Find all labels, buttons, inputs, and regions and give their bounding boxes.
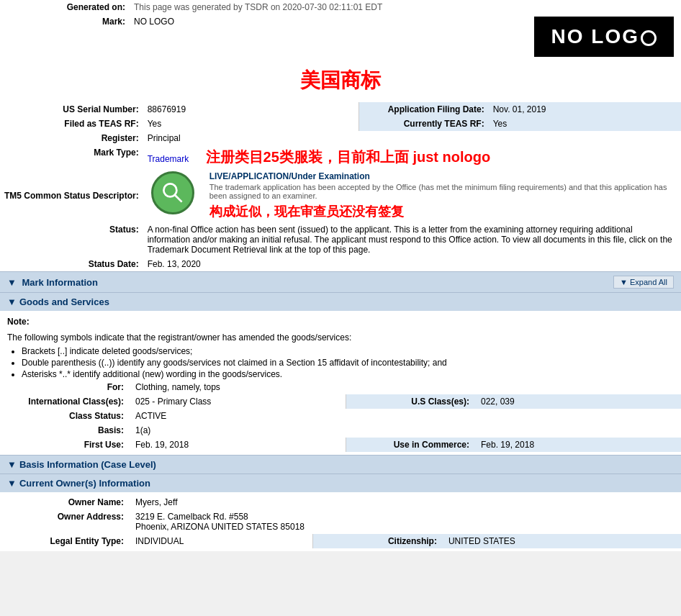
first-use-label: First Use: — [0, 438, 130, 452]
register-label: Register: — [0, 131, 143, 145]
class-row: International Class(es): 025 - Primary C… — [0, 394, 681, 409]
search-icon — [160, 180, 186, 206]
filing-date-value: Nov. 01, 2019 — [489, 102, 681, 117]
filed-teas-value: Yes — [143, 117, 359, 131]
mark-label: Mark: — [0, 14, 130, 59]
tm5-description: The trademark application has been accep… — [209, 183, 677, 200]
serial-info-table: US Serial Number: 88676919 Application F… — [0, 102, 681, 271]
owner-name-value: Myers, Jeff — [130, 495, 681, 509]
basis-row: Basis: 1(a) — [0, 423, 681, 438]
chinese-watermark-row: 美国商标 — [0, 59, 681, 102]
intl-class-value: 025 - Primary Class — [130, 394, 346, 409]
status-icon — [151, 171, 194, 214]
no-logo-box: NO LOG — [534, 17, 674, 57]
status-label: Status: — [0, 222, 143, 257]
current-owner-label: Current Owner(s) Information — [19, 478, 150, 489]
owner-content: Owner Name: Myers, Jeff Owner Address: 3… — [0, 492, 681, 551]
tm5-content: LIVE/APPLICATION/Under Examination The t… — [148, 171, 677, 220]
use-commerce-label: Use in Commerce: — [346, 438, 475, 452]
class-status-row: Class Status: ACTIVE — [0, 409, 681, 423]
citizenship-label: Citizenship: — [313, 534, 443, 548]
goods-services-content: Note: The following symbols indicate tha… — [0, 311, 681, 455]
owner-name-label: Owner Name: — [0, 495, 130, 509]
tm5-row: TM5 Common Status Descriptor: LIVE/APPLI… — [0, 169, 681, 222]
bullet-1: Brackets [..] indicate deleted goods/ser… — [22, 345, 681, 357]
mark-type-label: Mark Type: — [0, 145, 143, 169]
status-text: A non-final Office action has been sent … — [148, 225, 672, 255]
mark-type-row-content: Trademark 注册类目25类服装，目前和上面 just nologo — [143, 145, 681, 169]
tm5-cell: LIVE/APPLICATION/Under Examination The t… — [143, 169, 681, 222]
status-date-value: Feb. 13, 2020 — [143, 257, 681, 271]
for-label: For: — [0, 380, 130, 394]
address-line2: Phoenix, ARIZONA UNITED STATES 85018 — [135, 522, 675, 532]
legal-entity-value: INDIVIDUAL — [130, 534, 313, 548]
first-use-row: First Use: Feb. 19, 2018 Use in Commerce… — [0, 438, 681, 452]
goods-services-section-header[interactable]: ▼ Goods and Services — [0, 292, 681, 311]
status-row: Status: A non-final Office action has be… — [0, 222, 681, 257]
mark-info-left: ▼ Mark Information — [7, 277, 98, 288]
chinese-watermark2: 注册类目25类服装，目前和上面 just nologo — [206, 149, 491, 165]
owner-table: Owner Name: Myers, Jeff Owner Address: 3… — [0, 495, 681, 548]
no-logo-text: NO LOG — [551, 25, 639, 47]
owner-address-label: Owner Address: — [0, 509, 130, 534]
class-status-label: Class Status: — [0, 409, 130, 423]
serial-row: US Serial Number: 88676919 Application F… — [0, 102, 681, 117]
tm5-icon-container — [148, 171, 198, 214]
tm5-label: TM5 Common Status Descriptor: — [0, 169, 143, 222]
basis-info-section-header[interactable]: ▼ Basis Information (Case Level) — [0, 455, 681, 474]
status-value: A non-final Office action has been sent … — [143, 222, 681, 257]
basis-label: Basis: — [0, 423, 130, 438]
first-use-value: Feb. 19, 2018 — [130, 438, 346, 452]
legal-entity-row: Legal Entity Type: INDIVIDUAL Citizenshi… — [0, 534, 681, 548]
bullet-2: Double parenthesis ((..)) identify any g… — [22, 357, 681, 368]
address-line1: 3219 E. Camelback Rd. #558 — [135, 512, 675, 522]
owner-name-row: Owner Name: Myers, Jeff — [0, 495, 681, 509]
goods-data-table: For: Clothing, namely, tops Internationa… — [0, 380, 681, 452]
mark-value: NO LOGO — [130, 14, 340, 59]
for-value: Clothing, namely, tops — [130, 380, 681, 394]
svg-point-0 — [163, 184, 176, 196]
generated-label: Generated on: — [0, 0, 130, 14]
tm5-status: LIVE/APPLICATION/Under Examination — [209, 171, 677, 181]
basis-value: 1(a) — [130, 423, 681, 438]
chinese-watermark: 美国商标 — [4, 61, 677, 100]
currently-teas-label: Currently TEAS RF: — [359, 117, 489, 131]
us-class-value: 022, 039 — [475, 394, 681, 409]
register-row: Register: Principal — [0, 131, 681, 145]
mark-type-value: Trademark — [148, 154, 189, 164]
current-owner-section-header[interactable]: ▼ Current Owner(s) Information — [0, 474, 681, 492]
header-table: Generated on: This page was generated by… — [0, 0, 681, 102]
teas-row: Filed as TEAS RF: Yes Currently TEAS RF:… — [0, 117, 681, 131]
citizenship-value: UNITED STATES — [443, 534, 681, 548]
owner-address-row: Owner Address: 3219 E. Camelback Rd. #55… — [0, 509, 681, 534]
filing-date-label: Application Filing Date: — [359, 102, 489, 117]
currently-teas-value: Yes — [489, 117, 681, 131]
expand-all-button[interactable]: ▼ Expand All — [613, 276, 674, 289]
tm5-text-block: LIVE/APPLICATION/Under Examination The t… — [209, 171, 677, 220]
use-commerce-value: Feb. 19, 2018 — [475, 438, 681, 452]
chinese-watermark3: 构成近似，现在审查员还没有签复 — [209, 203, 677, 220]
owner-address-value: 3219 E. Camelback Rd. #558 Phoenix, ARIZ… — [130, 509, 681, 534]
mark-info-label: Mark Information — [22, 277, 98, 288]
no-logo-display-cell: NO LOG — [340, 14, 681, 59]
for-row: For: Clothing, namely, tops — [0, 380, 681, 394]
serial-value: 88676919 — [143, 102, 359, 117]
note-label: Note: — [7, 317, 30, 327]
note-description: The following symbols indicate that the … — [0, 330, 681, 345]
mark-info-section-header[interactable]: ▼ Mark Information ▼ Expand All — [0, 271, 681, 292]
filed-teas-label: Filed as TEAS RF: — [0, 117, 143, 131]
status-date-label: Status Date: — [0, 257, 143, 271]
generated-row: Generated on: This page was generated by… — [0, 0, 681, 14]
goods-arrow-icon: ▼ — [7, 296, 17, 307]
mark-row: Mark: NO LOGO NO LOG — [0, 14, 681, 59]
legal-entity-label: Legal Entity Type: — [0, 534, 130, 548]
generated-value: This page was generated by TSDR on 2020-… — [130, 0, 681, 14]
page-container: Generated on: This page was generated by… — [0, 0, 681, 551]
mark-type-row: Mark Type: Trademark 注册类目25类服装，目前和上面 jus… — [0, 145, 681, 169]
note-text: Note: — [0, 314, 681, 330]
goods-bullets: Brackets [..] indicate deleted goods/ser… — [0, 345, 681, 380]
goods-services-label: Goods and Services — [19, 296, 109, 307]
bullet-3: Asterisks *..* identify additional (new)… — [22, 368, 681, 380]
register-value: Principal — [143, 131, 681, 145]
basis-info-label: Basis Information (Case Level) — [19, 459, 156, 470]
